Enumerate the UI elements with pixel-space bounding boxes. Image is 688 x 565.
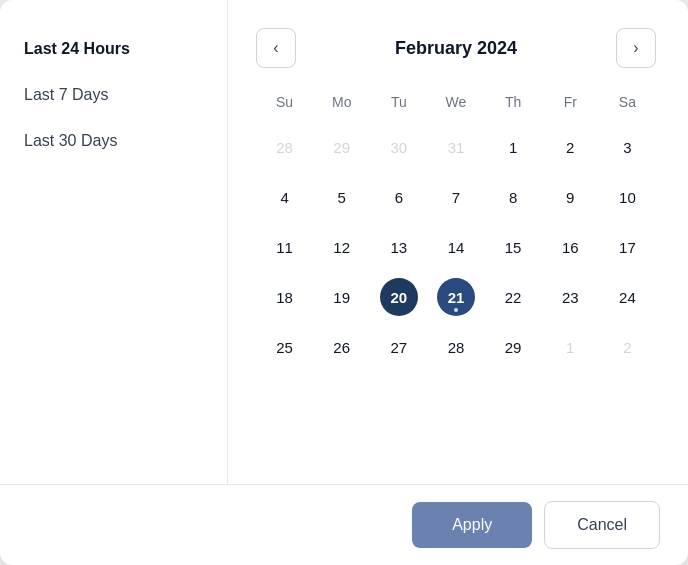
day-header-sa: Sa xyxy=(599,88,656,116)
day-number: 30 xyxy=(380,128,418,166)
day-number: 9 xyxy=(551,178,589,216)
cancel-button[interactable]: Cancel xyxy=(544,501,660,549)
day-number: 11 xyxy=(266,228,304,266)
day-header-th: Th xyxy=(485,88,542,116)
day-number: 15 xyxy=(494,228,532,266)
day-cell[interactable]: 4 xyxy=(256,174,313,220)
day-cell[interactable]: 20 xyxy=(370,274,427,320)
day-cell[interactable]: 5 xyxy=(313,174,370,220)
day-number: 6 xyxy=(380,178,418,216)
day-cell[interactable]: 27 xyxy=(370,324,427,370)
date-picker: Last 24 HoursLast 7 DaysLast 30 Days ‹ F… xyxy=(0,0,688,565)
picker-body: Last 24 HoursLast 7 DaysLast 30 Days ‹ F… xyxy=(0,0,688,484)
day-number: 23 xyxy=(551,278,589,316)
day-number: 24 xyxy=(608,278,646,316)
day-number: 16 xyxy=(551,228,589,266)
day-cell[interactable]: 12 xyxy=(313,224,370,270)
day-number: 5 xyxy=(323,178,361,216)
day-cell[interactable]: 11 xyxy=(256,224,313,270)
day-number: 28 xyxy=(266,128,304,166)
calendar-area: ‹ February 2024 › SuMoTuWeThFrSa 2829303… xyxy=(228,0,688,484)
day-header-tu: Tu xyxy=(370,88,427,116)
sidebar-item-last-7-days[interactable]: Last 7 Days xyxy=(24,86,203,104)
day-cell[interactable]: 19 xyxy=(313,274,370,320)
day-cell[interactable]: 28 xyxy=(427,324,484,370)
day-number: 2 xyxy=(551,128,589,166)
sidebar: Last 24 HoursLast 7 DaysLast 30 Days xyxy=(0,0,228,484)
day-cell[interactable]: 30 xyxy=(370,124,427,170)
day-number: 29 xyxy=(323,128,361,166)
day-cell[interactable]: 23 xyxy=(542,274,599,320)
day-cell[interactable]: 8 xyxy=(485,174,542,220)
day-number: 1 xyxy=(551,328,589,366)
day-cell[interactable]: 25 xyxy=(256,324,313,370)
calendar-header: ‹ February 2024 › xyxy=(256,28,656,68)
day-number: 29 xyxy=(494,328,532,366)
day-headers: SuMoTuWeThFrSa xyxy=(256,88,656,116)
day-cell[interactable]: 7 xyxy=(427,174,484,220)
day-number: 8 xyxy=(494,178,532,216)
day-cell[interactable]: 29 xyxy=(485,324,542,370)
prev-month-button[interactable]: ‹ xyxy=(256,28,296,68)
day-cell[interactable]: 21 xyxy=(427,274,484,320)
day-number: 25 xyxy=(266,328,304,366)
day-cell[interactable]: 18 xyxy=(256,274,313,320)
day-cell[interactable]: 10 xyxy=(599,174,656,220)
day-number: 27 xyxy=(380,328,418,366)
day-cell[interactable]: 1 xyxy=(485,124,542,170)
day-cell[interactable]: 31 xyxy=(427,124,484,170)
day-number: 7 xyxy=(437,178,475,216)
day-cell[interactable]: 13 xyxy=(370,224,427,270)
day-header-su: Su xyxy=(256,88,313,116)
day-cell[interactable]: 15 xyxy=(485,224,542,270)
day-cell[interactable]: 9 xyxy=(542,174,599,220)
apply-button[interactable]: Apply xyxy=(412,502,532,548)
day-number: 28 xyxy=(437,328,475,366)
day-cell[interactable]: 1 xyxy=(542,324,599,370)
day-number: 19 xyxy=(323,278,361,316)
day-number: 18 xyxy=(266,278,304,316)
sidebar-item-last-30-days[interactable]: Last 30 Days xyxy=(24,132,203,150)
day-number: 21 xyxy=(437,278,475,316)
day-cell[interactable]: 6 xyxy=(370,174,427,220)
day-number: 20 xyxy=(380,278,418,316)
day-cell[interactable]: 24 xyxy=(599,274,656,320)
day-number: 31 xyxy=(437,128,475,166)
day-number: 17 xyxy=(608,228,646,266)
day-header-fr: Fr xyxy=(542,88,599,116)
day-number: 1 xyxy=(494,128,532,166)
day-number: 22 xyxy=(494,278,532,316)
day-number: 12 xyxy=(323,228,361,266)
day-cell[interactable]: 3 xyxy=(599,124,656,170)
day-cell[interactable]: 16 xyxy=(542,224,599,270)
day-number: 3 xyxy=(608,128,646,166)
day-number: 2 xyxy=(608,328,646,366)
month-title: February 2024 xyxy=(395,38,517,59)
day-header-we: We xyxy=(427,88,484,116)
day-cell[interactable]: 28 xyxy=(256,124,313,170)
day-cell[interactable]: 17 xyxy=(599,224,656,270)
calendar-grid: SuMoTuWeThFrSa 2829303112345678910111213… xyxy=(256,88,656,370)
day-cell[interactable]: 22 xyxy=(485,274,542,320)
day-number: 4 xyxy=(266,178,304,216)
next-month-button[interactable]: › xyxy=(616,28,656,68)
day-cell[interactable]: 14 xyxy=(427,224,484,270)
sidebar-item-last-24-hours[interactable]: Last 24 Hours xyxy=(24,40,203,58)
day-number: 14 xyxy=(437,228,475,266)
day-cell[interactable]: 26 xyxy=(313,324,370,370)
day-header-mo: Mo xyxy=(313,88,370,116)
days-grid: 2829303112345678910111213141516171819202… xyxy=(256,124,656,370)
day-number: 10 xyxy=(608,178,646,216)
day-cell[interactable]: 2 xyxy=(599,324,656,370)
day-cell[interactable]: 2 xyxy=(542,124,599,170)
day-number: 13 xyxy=(380,228,418,266)
picker-footer: Apply Cancel xyxy=(0,484,688,565)
day-cell[interactable]: 29 xyxy=(313,124,370,170)
day-number: 26 xyxy=(323,328,361,366)
